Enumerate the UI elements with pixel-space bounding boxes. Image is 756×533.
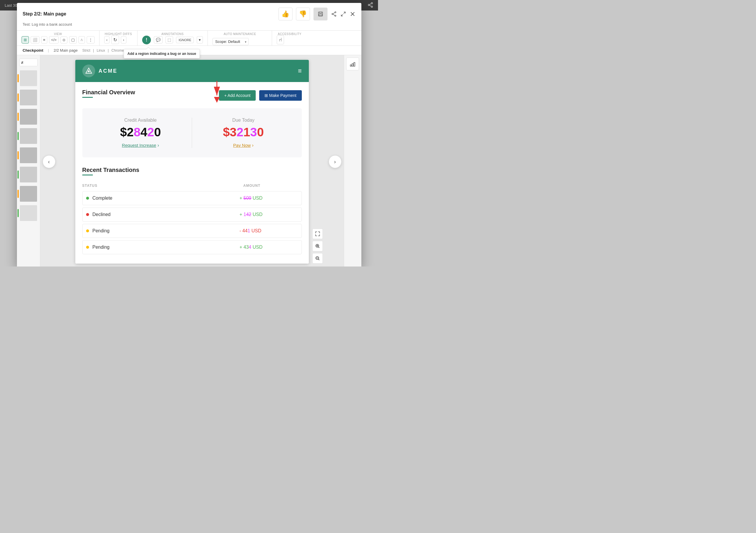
next-diff-btn[interactable]: ›	[121, 36, 126, 43]
next-page-button[interactable]: ›	[329, 155, 341, 168]
amount-col-header: AMOUNT	[243, 184, 302, 188]
expand-btn[interactable]	[312, 228, 323, 239]
thumb-placeholder-4	[20, 128, 37, 144]
thumb-placeholder-1	[20, 70, 37, 86]
add-account-button[interactable]: + Add Account	[219, 90, 256, 101]
diff-toggle[interactable]: ≠	[19, 59, 38, 66]
thumb-down-button[interactable]: 👎	[296, 8, 310, 20]
breadcrumb-sep3: |	[108, 48, 109, 53]
layers-icon: ≡	[43, 38, 45, 42]
crop-btn[interactable]: ▢	[69, 36, 77, 43]
modal: Step 2/2: Main page 👍 👎	[17, 3, 361, 267]
transaction-row-2: Declined + 142 USD	[82, 207, 302, 222]
thumb-item-3[interactable]	[19, 108, 38, 125]
thumb-item-1[interactable]	[19, 70, 38, 87]
save-icon	[317, 11, 323, 17]
credit-char-5: 0	[154, 125, 161, 139]
refresh-btn[interactable]: ↻	[111, 36, 119, 44]
status-text-4: Pending	[93, 245, 240, 250]
breadcrumb-os: Linux	[96, 48, 105, 53]
annotation-bug-btn[interactable]: ! Add a region indicating a bug or an is…	[142, 36, 151, 44]
branch-icon: ⑃	[81, 38, 83, 42]
close-icon[interactable]	[350, 11, 356, 17]
due-char-1: 3	[230, 125, 236, 139]
transaction-row-1: Complete + 509 USD	[82, 191, 302, 205]
thumb-placeholder-6	[20, 167, 37, 182]
status-col-header: STATUS	[82, 184, 243, 188]
viewer-area: ‹ ›	[40, 55, 344, 267]
modal-subtitle: Test: Log into a bank account	[23, 22, 72, 27]
bank-logo: ACME	[82, 65, 118, 77]
make-payment-button[interactable]: ⊞ Make Payment	[259, 90, 302, 101]
scope-select[interactable]: Scope: Default	[212, 38, 249, 45]
thumb-item-7[interactable]	[19, 185, 38, 202]
prev-diff-btn[interactable]: ‹	[104, 36, 109, 43]
single-icon: ⬜	[33, 38, 37, 42]
view-single-btn[interactable]: ⬜	[31, 36, 40, 43]
due-char-2: 2	[236, 125, 243, 139]
thumb-item-8[interactable]	[19, 205, 38, 222]
modal-title: Step 2/2: Main page	[23, 12, 66, 17]
pay-now-chevron: ›	[252, 143, 253, 148]
expand-icon[interactable]	[340, 11, 346, 17]
modal-header-top: Step 2/2: Main page 👍 👎	[23, 8, 356, 20]
thumb-placeholder-2	[20, 90, 37, 105]
credit-char-4: 2	[148, 125, 154, 139]
amount-text-3: - 441 USD	[240, 228, 298, 233]
credit-char-0: $	[120, 125, 127, 139]
financial-cards: Credit Available $28420 Request Increase…	[82, 108, 302, 157]
prev-page-button[interactable]: ‹	[42, 155, 55, 168]
breadcrumb-separator: |	[48, 48, 49, 53]
thumb-up-button[interactable]: 👍	[279, 8, 292, 20]
share-modal-icon[interactable]	[331, 11, 337, 17]
thumb-item-5[interactable]	[19, 147, 38, 164]
pay-now-link[interactable]: Pay Now	[233, 143, 251, 148]
credit-label: Credit Available	[96, 118, 185, 123]
svg-line-20	[318, 247, 319, 248]
annotation-select-btn[interactable]: ⬚	[166, 36, 173, 43]
thumb-badge-5	[17, 151, 19, 159]
ignore-dropdown-btn[interactable]: ▾	[197, 36, 203, 43]
thumb-badge-3	[17, 113, 19, 121]
thumb-item-2[interactable]	[19, 89, 38, 106]
ignore-btn[interactable]: IGNORE	[176, 37, 194, 43]
thumb-badge-6	[17, 171, 19, 179]
accessibility-btn[interactable]: ⑁	[277, 35, 284, 44]
thumb-badge-8	[17, 209, 19, 217]
branch-btn[interactable]: ⑃	[78, 36, 85, 43]
credit-char-1: 2	[127, 125, 134, 139]
save-button[interactable]	[313, 8, 328, 20]
bank-menu-icon[interactable]: ≡	[298, 67, 302, 75]
code-btn[interactable]: </>	[49, 36, 59, 43]
request-increase-link[interactable]: Request Increase	[122, 143, 156, 148]
highlight-label: HIGHLIGHT DIFFS	[99, 32, 137, 36]
expand-zoom-icon	[315, 231, 320, 236]
diff-icon: ≠	[21, 60, 24, 65]
thumb-item-4[interactable]	[19, 127, 38, 145]
thumb-item-6[interactable]	[19, 166, 38, 183]
zoom-in-btn[interactable]	[312, 241, 323, 251]
zoom-out-btn[interactable]	[312, 253, 323, 264]
zoom-in-icon	[315, 244, 320, 249]
financial-overview-title: Financial Overview	[82, 89, 135, 96]
svg-point-10	[332, 13, 333, 14]
amount-diff-4: 4	[249, 245, 251, 250]
svg-point-8	[335, 12, 336, 13]
layers-btn[interactable]: ≡	[41, 36, 47, 43]
status-text-2: Declined	[93, 212, 240, 217]
diff-indicator: ≠	[17, 58, 40, 67]
scan-btn[interactable]: ⊙	[61, 37, 68, 43]
thumb-badge-1	[17, 74, 19, 82]
modal-overlay: Step 2/2: Main page 👍 👎	[0, 0, 378, 267]
zoom-controls	[312, 228, 323, 264]
view-grid-btn[interactable]: ⊞	[22, 36, 29, 43]
comment-icon: 💬	[156, 38, 161, 42]
due-today-card: Due Today $32130 Pay Now ›	[199, 118, 288, 148]
due-label: Due Today	[199, 118, 288, 123]
more-btn[interactable]: ⋮	[87, 36, 94, 43]
right-sidebar-icon-btn[interactable]	[346, 58, 359, 70]
bank-logo-icon	[82, 65, 95, 77]
annotation-comment-btn[interactable]: 💬	[154, 36, 163, 43]
thumb-placeholder-7	[20, 186, 37, 202]
toolbar-auto-maintenance-group: AUTO MAINTENANCE Scope: Default ▾	[208, 31, 272, 45]
